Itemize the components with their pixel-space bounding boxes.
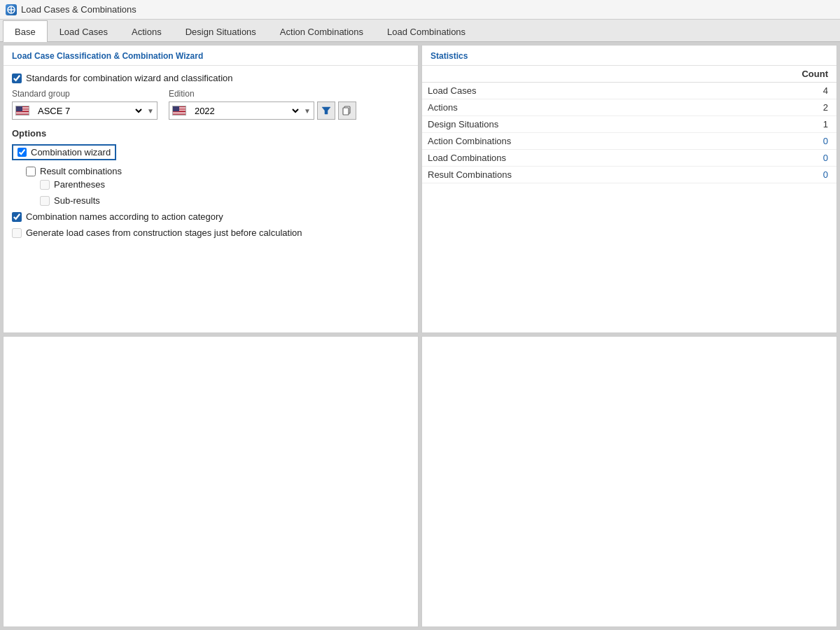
combination-wizard-label: Combination wizard	[31, 147, 111, 158]
copy-button[interactable]	[338, 102, 356, 120]
result-combinations-label: Result combinations	[40, 166, 122, 176]
chevron-down-icon: ▼	[147, 107, 154, 115]
table-row: Actions2	[422, 99, 836, 116]
stat-value-cell: 4	[716, 83, 837, 99]
standards-label: Standards for combination wizard and cla…	[26, 73, 233, 83]
tab-actions[interactable]: Actions	[120, 20, 174, 42]
statistics-panel: Statistics Count Load Cases4Actions2Desi…	[421, 45, 837, 333]
stat-value-cell: 1	[716, 116, 837, 133]
app-title: Load Cases & Combinations	[21, 4, 136, 15]
standards-checkbox[interactable]	[12, 74, 22, 83]
table-row: Design Situations1	[422, 116, 836, 133]
stat-value-cell: 0	[716, 150, 837, 167]
chevron-down-icon-edition: ▼	[304, 107, 311, 115]
top-left-body: Standards for combination wizard and cla…	[4, 66, 418, 251]
tab-bar: Base Load Cases Actions Design Situation…	[0, 20, 840, 42]
tab-load-cases[interactable]: Load Cases	[48, 20, 120, 42]
standard-group-group: Standard group ASCE 7 ▼	[12, 89, 158, 120]
table-row: Result Combinations0	[422, 167, 836, 183]
stat-label-cell: Action Combinations	[422, 133, 716, 150]
generate-load-cases-row: Generate load cases from construction st…	[12, 227, 410, 238]
copy-icon	[342, 106, 352, 115]
top-left-header: Load Case Classification & Combination W…	[4, 46, 418, 66]
stat-label-cell: Actions	[422, 99, 716, 116]
generate-load-cases-checkbox[interactable]	[12, 228, 22, 238]
stat-value-cell: 0	[716, 133, 837, 150]
edition-select-wrapper: 2022 ▼	[169, 102, 314, 120]
table-row: Load Cases4	[422, 83, 836, 99]
combination-wizard-checkbox[interactable]	[18, 148, 27, 157]
standard-group-label: Standard group	[12, 89, 158, 99]
us-flag-edition	[172, 106, 186, 115]
statistics-header: Statistics	[422, 46, 836, 66]
parentheses-row: Parentheses	[40, 179, 410, 190]
bottom-left-panel	[3, 336, 419, 628]
parentheses-label: Parentheses	[54, 179, 105, 190]
stat-value-cell: 2	[716, 99, 837, 116]
main-content: Load Case Classification & Combination W…	[0, 42, 840, 630]
svg-marker-3	[322, 107, 330, 114]
sub-results-label: Sub-results	[54, 195, 100, 206]
bottom-right-panel	[421, 336, 837, 628]
edition-group: Edition 2022 ▼	[169, 89, 356, 120]
statistics-body: Count Load Cases4Actions2Design Situatio…	[422, 66, 836, 183]
result-combinations-row: Result combinations	[26, 166, 410, 176]
tab-design-situations[interactable]: Design Situations	[174, 20, 268, 42]
edition-controls: 2022 ▼	[169, 102, 356, 120]
title-bar: Load Cases & Combinations	[0, 0, 840, 20]
filter-icon	[321, 106, 331, 115]
standards-checkbox-row: Standards for combination wizard and cla…	[12, 73, 410, 83]
standard-group-select-wrapper: ASCE 7 ▼	[12, 102, 158, 120]
generate-load-cases-label: Generate load cases from construction st…	[26, 227, 302, 238]
tab-base[interactable]: Base	[3, 20, 48, 42]
stat-label-cell: Load Cases	[422, 83, 716, 99]
combination-names-row: Combination names according to action ca…	[12, 211, 410, 222]
options-label: Options	[12, 128, 410, 139]
app-icon	[6, 4, 17, 15]
stats-col-label	[422, 66, 716, 83]
stat-value-cell: 0	[716, 167, 837, 183]
options-group: Options Combination wizard Result combin…	[12, 128, 410, 238]
tab-action-combinations[interactable]: Action Combinations	[268, 20, 375, 42]
stat-label-cell: Design Situations	[422, 116, 716, 133]
svg-rect-5	[343, 108, 349, 115]
combination-wizard-highlighted: Combination wizard	[12, 144, 116, 160]
statistics-table: Count Load Cases4Actions2Design Situatio…	[422, 66, 836, 183]
standard-group-select[interactable]: ASCE 7	[32, 102, 144, 120]
combination-names-label: Combination names according to action ca…	[26, 211, 223, 222]
sub-results-row: Sub-results	[40, 195, 410, 206]
top-left-panel: Load Case Classification & Combination W…	[3, 45, 419, 333]
filter-button[interactable]	[317, 102, 335, 120]
combination-names-checkbox[interactable]	[12, 212, 22, 222]
result-combinations-checkbox[interactable]	[26, 167, 36, 176]
edition-select[interactable]: 2022	[189, 102, 301, 120]
edition-label: Edition	[169, 89, 356, 99]
sub-results-checkbox[interactable]	[40, 196, 50, 206]
standard-edition-row: Standard group ASCE 7 ▼ Edition	[12, 89, 410, 120]
stat-label-cell: Result Combinations	[422, 167, 716, 183]
tab-load-combinations[interactable]: Load Combinations	[375, 20, 477, 42]
stats-col-count: Count	[716, 66, 837, 83]
parentheses-checkbox[interactable]	[40, 180, 50, 190]
table-row: Load Combinations0	[422, 150, 836, 167]
table-row: Action Combinations0	[422, 133, 836, 150]
us-flag-standard	[15, 106, 29, 115]
stat-label-cell: Load Combinations	[422, 150, 716, 167]
